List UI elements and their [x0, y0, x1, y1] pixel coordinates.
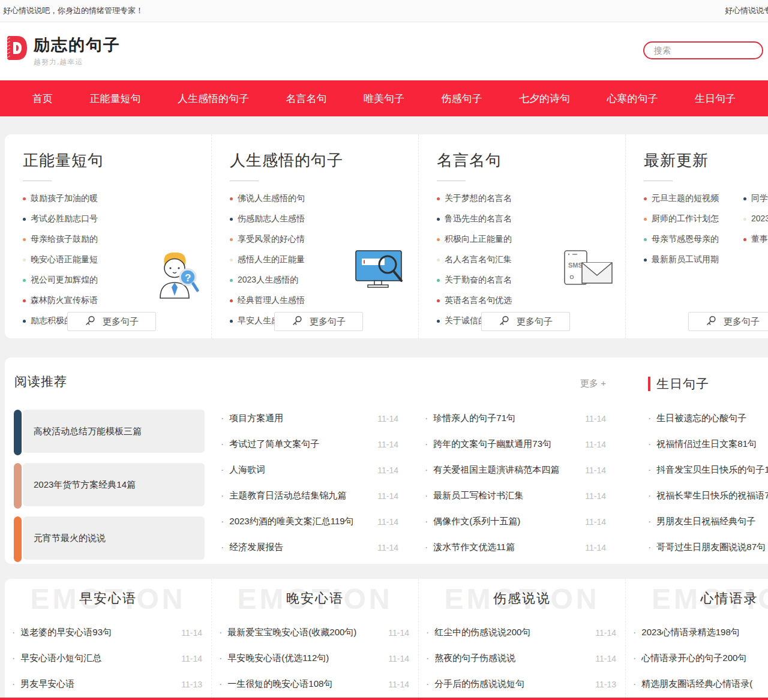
hub-article-link[interactable]: 名人名言名句汇集: [437, 250, 523, 270]
featured-card[interactable]: 高校活动总结万能模板三篇: [14, 410, 206, 455]
hub-article-link[interactable]: 晚安心语正能量短: [23, 250, 109, 270]
more-sentences-label: 更多句子: [103, 316, 139, 328]
article-row[interactable]: 抖音发宝贝生日快乐的句子1: [648, 457, 768, 483]
hub-article-link[interactable]: 经典哲理人生感悟: [230, 290, 316, 311]
nav-item[interactable]: 名言名句: [286, 92, 327, 106]
search-button[interactable]: [764, 43, 768, 58]
hub-article-link[interactable]: 感悟人生的正能量: [230, 250, 316, 270]
hub-article-link[interactable]: 森林防火宣传标语: [23, 290, 109, 311]
article-row[interactable]: 跨年的文案句子幽默通用73句11-14: [425, 431, 606, 457]
hub-column-title[interactable]: 名言名句: [437, 150, 625, 171]
emotion-column-title[interactable]: 伤感说说: [419, 581, 625, 616]
article-row[interactable]: 考试过了简单文案句子11-14: [221, 431, 398, 457]
bullet-icon: [437, 279, 440, 282]
hub-article-label: 董事长: [751, 234, 768, 245]
hub-article-link[interactable]: 祝公司更加辉煌的: [23, 270, 122, 290]
site-logo[interactable]: 励志的句子 越努力,越幸运: [5, 34, 121, 67]
article-row[interactable]: 早安心语小短句汇总11-14: [12, 645, 202, 671]
hub-article-label: 积极向上正能量的: [445, 234, 512, 245]
hub-article-label: 英语名言名句优选: [445, 295, 512, 306]
nav-item[interactable]: 唯美句子: [364, 92, 404, 106]
hub-column-title[interactable]: 人生感悟的句子: [230, 150, 418, 171]
hub-article-link[interactable]: 厨师的工作计划怎: [644, 209, 743, 229]
nav-item[interactable]: 首页: [32, 92, 53, 106]
nav-item[interactable]: 心寒的句子: [607, 92, 658, 106]
hub-article-link[interactable]: 佛说人生感悟的句: [230, 188, 329, 209]
article-title: 泼水节作文优选11篇: [433, 542, 580, 553]
article-row[interactable]: 主题教育日活动总结集锦九篇11-14: [221, 483, 398, 509]
hub-article-link[interactable]: 母亲节感恩母亲的: [644, 229, 743, 250]
featured-card[interactable]: 元宵节最火的说说: [14, 516, 206, 562]
hub-article-label: 感悟人生的正能量: [238, 254, 305, 265]
emotion-column-title[interactable]: 晚安心语: [212, 581, 418, 616]
article-row[interactable]: 经济发展报告11-14: [221, 534, 398, 560]
article-row[interactable]: 祝福长辈生日快乐的祝福语7: [648, 483, 768, 509]
article-row[interactable]: 一生很短的晚安心语108句11-14: [219, 671, 409, 697]
hub-article-link[interactable]: 积极向上正能量的: [437, 229, 536, 250]
article-row[interactable]: 祝福情侣过生日文案81句: [648, 431, 768, 457]
nav-item[interactable]: 伤感句子: [442, 92, 482, 106]
hub-article-link[interactable]: 元旦主题的短视频: [644, 188, 743, 209]
magnifier-key-icon: [292, 316, 302, 328]
more-sentences-button[interactable]: 更多句子: [274, 312, 363, 331]
article-row[interactable]: 精选朋友圈话经典心情语录(: [633, 671, 768, 697]
bullet-icon: [437, 197, 440, 200]
nav-item[interactable]: 七夕的诗句: [519, 92, 570, 106]
hub-article-link[interactable]: 同学聚: [743, 188, 768, 209]
emotion-column-title[interactable]: 早安心语: [5, 581, 211, 616]
hub-article-link[interactable]: 关于勤奋的名言名: [437, 270, 536, 290]
article-title: 早安晚安心语(优选112句): [227, 653, 383, 664]
hub-article-link[interactable]: 董事长: [743, 229, 768, 250]
topbar-right-link[interactable]: 好心情说说专题: [725, 5, 768, 16]
article-row[interactable]: 送老婆的早安心语93句11-14: [12, 620, 202, 645]
hub-article-link[interactable]: 伤感励志人生感悟: [230, 209, 316, 229]
hub-article-link[interactable]: 2023人生感悟的: [230, 270, 329, 290]
article-title: 早安心语小短句汇总: [20, 653, 176, 664]
article-row[interactable]: 泼水节作文优选11篇11-14: [425, 534, 606, 560]
hub-article-link[interactable]: 考试必胜励志口号: [23, 209, 109, 229]
article-row[interactable]: 最新爱宝宝晚安心语(收藏200句)11-14: [219, 620, 409, 645]
nav-item[interactable]: 生日句子: [695, 92, 736, 106]
hub-article-link[interactable]: 鼓励孩子加油的暖: [23, 188, 122, 209]
bullet-icon: [426, 653, 429, 664]
article-row[interactable]: 珍惜亲人的句子71句11-14: [425, 405, 606, 431]
nav-item[interactable]: 人生感悟的句子: [178, 92, 249, 106]
hub-article-link[interactable]: 享受风景的好心情: [230, 229, 329, 250]
hub-article-link[interactable]: 英语名言名句优选: [437, 290, 523, 311]
article-row[interactable]: 男友早安心语11-13: [12, 671, 202, 697]
article-row[interactable]: 哥哥过生日朋友圈说说87句: [648, 534, 768, 560]
hub-article-link[interactable]: 关于梦想的名言名: [437, 188, 536, 209]
article-row[interactable]: 红尘中的伤感说说200句11-14: [426, 620, 616, 645]
article-row[interactable]: 最新员工写检讨书汇集11-14: [425, 483, 606, 509]
article-row[interactable]: 2023心情语录精选198句: [633, 620, 768, 645]
article-title: 2023心情语录精选198句: [641, 627, 768, 638]
article-row[interactable]: 人海歌词11-14: [221, 457, 398, 483]
search-input[interactable]: [653, 45, 764, 56]
article-row[interactable]: 分手后的伤感说说短句11-13: [426, 671, 616, 697]
hub-article-link[interactable]: 母亲给孩子鼓励的: [23, 229, 122, 250]
emotion-column-title[interactable]: 心情语录: [626, 581, 768, 616]
more-sentences-button[interactable]: 更多句子: [688, 312, 768, 331]
article-row[interactable]: 男朋友生日祝福经典句子: [648, 509, 768, 534]
hub-article-link[interactable]: 最新新员工试用期: [644, 250, 743, 270]
featured-card[interactable]: 2023年货节方案经典14篇: [14, 463, 206, 509]
bullet-icon: [743, 238, 746, 241]
hub-column-title[interactable]: 正能量短句: [23, 150, 211, 171]
hub-column-title[interactable]: 最新更新: [644, 150, 768, 171]
more-link[interactable]: 更多 +: [425, 378, 606, 389]
title-underline: [644, 181, 673, 181]
article-row[interactable]: 偶像作文(系列十五篇)11-14: [425, 509, 606, 534]
nav-item[interactable]: 正能量短句: [90, 92, 141, 106]
more-sentences-button[interactable]: 更多句子: [481, 312, 570, 331]
article-row[interactable]: 早安晚安心语(优选112句)11-14: [219, 645, 409, 671]
article-row[interactable]: 熬夜的句子伤感说说11-14: [426, 645, 616, 671]
article-row[interactable]: 2023约酒的唯美文案汇总119句11-14: [221, 509, 398, 534]
article-row[interactable]: 生日被遗忘的心酸句子: [648, 405, 768, 431]
hub-article-link[interactable]: 鲁迅先生的名言名: [437, 209, 523, 229]
birthday-sentences-title[interactable]: 生日句子: [656, 375, 709, 392]
article-row[interactable]: 有关爱祖国主题演讲稿范本四篇11-14: [425, 457, 606, 483]
article-row[interactable]: 心情语录开心的句子200句: [633, 645, 768, 671]
more-sentences-button[interactable]: 更多句子: [67, 312, 156, 331]
article-row[interactable]: 项目方案通用11-14: [221, 405, 398, 431]
hub-article-link[interactable]: 2023年: [743, 209, 768, 229]
